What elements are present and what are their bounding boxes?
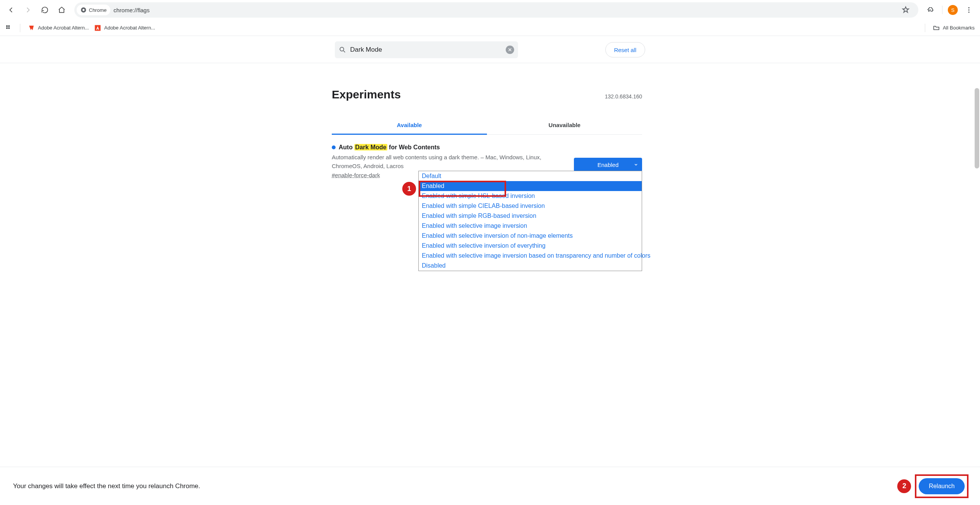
- separator: [20, 24, 20, 32]
- reset-all-button[interactable]: Reset all: [605, 42, 645, 57]
- svg-point-10: [340, 47, 344, 51]
- adobe-icon: [94, 25, 101, 31]
- chrome-logo-icon: [80, 7, 87, 13]
- svg-rect-6: [8, 25, 10, 27]
- flag-description: Automatically render all web contents us…: [332, 153, 566, 170]
- close-icon: [508, 47, 512, 52]
- version-text: 132.0.6834.160: [605, 93, 642, 100]
- dropdown-option[interactable]: Enabled with selective image inversion b…: [419, 251, 642, 261]
- apps-button[interactable]: [5, 25, 12, 31]
- dropdown-option[interactable]: Default: [419, 171, 642, 181]
- footer-message: Your changes will take effect the next t…: [13, 482, 200, 490]
- flag-dropdown-list: Default Enabled Enabled with simple HSL-…: [418, 171, 642, 271]
- profile-avatar[interactable]: S: [948, 5, 958, 15]
- flags-search-header: Reset all: [0, 36, 980, 63]
- flags-search-box[interactable]: [335, 41, 518, 58]
- svg-rect-7: [6, 27, 8, 29]
- dropdown-option[interactable]: Enabled with simple HSL-based inversion: [419, 191, 642, 201]
- svg-point-1: [82, 9, 84, 11]
- bookmark-label: Adobe Acrobat Altern...: [38, 25, 89, 31]
- page-title: Experiments: [332, 88, 401, 101]
- all-bookmarks-button[interactable]: All Bookmarks: [933, 25, 975, 31]
- svg-rect-5: [6, 25, 8, 27]
- flag-entry: Auto Dark Mode for Web Contents Automati…: [332, 144, 642, 179]
- search-input[interactable]: [350, 46, 502, 54]
- url-text: chrome://flags: [113, 7, 149, 13]
- dropdown-option[interactable]: Enabled with selective inversion of non-…: [419, 231, 642, 241]
- separator: [925, 24, 925, 32]
- bookmark-star-button[interactable]: [898, 2, 914, 18]
- svg-point-2: [969, 7, 970, 8]
- site-identity-chip[interactable]: Chrome: [77, 5, 110, 15]
- flag-selected-value: Enabled: [597, 162, 618, 168]
- flag-dropdown-button[interactable]: Enabled: [574, 158, 642, 172]
- bookmarks-bar: Adobe Acrobat Altern... Adobe Acrobat Al…: [0, 20, 980, 36]
- bookmark-label: Adobe Acrobat Altern...: [104, 25, 155, 31]
- scrollbar[interactable]: [975, 88, 979, 168]
- tabs: Available Unavailable: [332, 116, 642, 135]
- flag-title: Auto Dark Mode for Web Contents: [332, 144, 566, 151]
- relaunch-button[interactable]: Relaunch: [919, 478, 965, 494]
- svg-rect-8: [8, 27, 10, 29]
- extensions-button[interactable]: [923, 2, 939, 18]
- address-bar[interactable]: Chrome chrome://flags: [74, 2, 918, 18]
- modified-dot-icon: [332, 145, 336, 149]
- search-icon: [339, 46, 346, 54]
- annotation-badge: 1: [402, 182, 416, 196]
- adobe-icon: [28, 25, 35, 31]
- chip-label: Chrome: [89, 7, 107, 13]
- tab-unavailable[interactable]: Unavailable: [487, 116, 642, 134]
- tab-available[interactable]: Available: [332, 116, 487, 135]
- menu-button[interactable]: [961, 2, 977, 18]
- back-button[interactable]: [3, 2, 19, 18]
- flag-hash-link[interactable]: #enable-force-dark: [332, 172, 380, 178]
- clear-search-button[interactable]: [506, 46, 514, 54]
- flag-select: Enabled Default Enabled Enabled with sim…: [574, 158, 642, 172]
- relaunch-footer: Your changes will take effect the next t…: [0, 467, 980, 505]
- reload-button[interactable]: [37, 2, 53, 18]
- dropdown-option[interactable]: Enabled with selective inversion of ever…: [419, 241, 642, 251]
- bookmark-item[interactable]: Adobe Acrobat Altern...: [28, 25, 89, 31]
- dropdown-option[interactable]: Disabled: [419, 261, 642, 271]
- dropdown-option[interactable]: Enabled with simple CIELAB-based inversi…: [419, 201, 642, 211]
- bookmark-item[interactable]: Adobe Acrobat Altern...: [94, 25, 155, 31]
- chevron-down-icon: [634, 162, 638, 168]
- svg-point-4: [969, 11, 970, 13]
- annotation-badge: 2: [897, 479, 911, 493]
- dropdown-option[interactable]: Enabled with selective image inversion: [419, 221, 642, 231]
- search-highlight: Dark Mode: [354, 144, 387, 150]
- folder-icon: [933, 25, 940, 31]
- dropdown-option[interactable]: Enabled: [419, 181, 642, 191]
- all-bookmarks-label: All Bookmarks: [943, 25, 975, 31]
- svg-point-3: [969, 10, 970, 11]
- home-button[interactable]: [54, 2, 70, 18]
- browser-toolbar: Chrome chrome://flags S: [0, 0, 980, 20]
- separator: [942, 6, 942, 14]
- content-area: Experiments 132.0.6834.160 Available Una…: [0, 88, 974, 467]
- forward-button[interactable]: [20, 2, 36, 18]
- dropdown-option[interactable]: Enabled with simple RGB-based inversion: [419, 211, 642, 221]
